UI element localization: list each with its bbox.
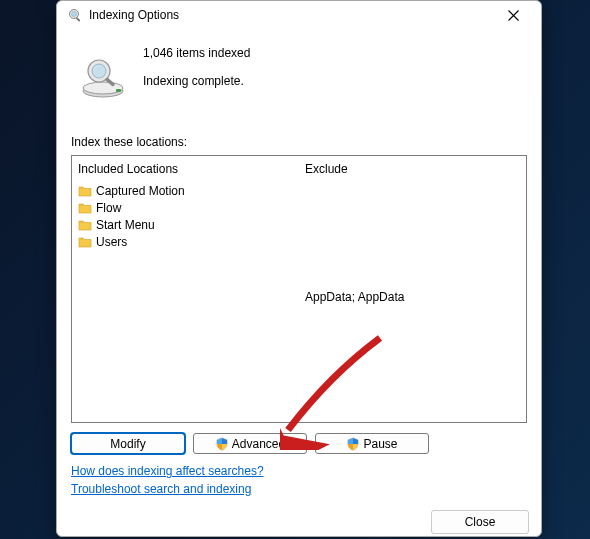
exclude-column: Exclude AppData; AppData: [299, 156, 526, 422]
locations-list[interactable]: Included Locations Captured MotionFlowSt…: [71, 155, 527, 423]
status-text: 1,046 items indexed Indexing complete.: [143, 39, 250, 91]
help-links: How does indexing affect searches? Troub…: [71, 462, 527, 498]
close-button[interactable]: [491, 1, 535, 29]
indexed-count: 1,046 items indexed: [143, 43, 250, 63]
close-icon: [508, 10, 519, 21]
included-header: Included Locations: [78, 160, 293, 182]
modify-label: Modify: [110, 437, 145, 451]
folder-icon: [78, 236, 92, 248]
exclude-value: [305, 237, 520, 254]
svg-rect-2: [76, 17, 81, 22]
modify-button[interactable]: Modify: [71, 433, 185, 454]
exclude-value: AppData; AppData: [305, 288, 520, 305]
svg-point-1: [72, 12, 77, 17]
indexing-options-icon: [67, 7, 83, 23]
indexing-state: Indexing complete.: [143, 71, 250, 91]
pause-button[interactable]: Pause: [315, 433, 429, 454]
folder-icon: [78, 219, 92, 231]
list-item[interactable]: Flow: [78, 199, 293, 216]
shield-icon: [346, 437, 360, 451]
indexing-options-dialog: Indexing Options 1,046 items inde: [56, 0, 542, 537]
svg-point-9: [92, 64, 106, 78]
titlebar: Indexing Options: [57, 1, 541, 29]
close-dialog-button[interactable]: Close: [431, 510, 529, 534]
folder-icon: [78, 202, 92, 214]
locations-label: Index these locations:: [71, 135, 527, 149]
advanced-label: Advanced: [232, 437, 285, 451]
status-row: 1,046 items indexed Indexing complete.: [71, 35, 527, 111]
dialog-content: 1,046 items indexed Indexing complete. I…: [57, 29, 541, 508]
list-item[interactable]: Captured Motion: [78, 182, 293, 199]
help-link[interactable]: How does indexing affect searches?: [71, 464, 264, 478]
exclude-header: Exclude: [305, 160, 520, 182]
svg-point-6: [83, 82, 123, 94]
dialog-title: Indexing Options: [89, 8, 491, 22]
button-row: Modify Advanced: [71, 433, 527, 454]
magnifier-drive-icon: [79, 53, 127, 101]
folder-icon: [78, 185, 92, 197]
svg-rect-7: [116, 89, 121, 92]
dialog-footer: Close: [57, 508, 541, 536]
shield-icon: [215, 437, 229, 451]
troubleshoot-link[interactable]: Troubleshoot search and indexing: [71, 482, 251, 496]
advanced-button[interactable]: Advanced: [193, 433, 307, 454]
exclude-value: [305, 254, 520, 271]
list-item[interactable]: Users: [78, 233, 293, 250]
list-item[interactable]: Start Menu: [78, 216, 293, 233]
location-name: Captured Motion: [96, 184, 185, 198]
location-name: Flow: [96, 201, 121, 215]
included-column: Included Locations Captured MotionFlowSt…: [72, 156, 299, 422]
location-name: Users: [96, 235, 127, 249]
pause-label: Pause: [363, 437, 397, 451]
exclude-value: [305, 271, 520, 288]
location-name: Start Menu: [96, 218, 155, 232]
